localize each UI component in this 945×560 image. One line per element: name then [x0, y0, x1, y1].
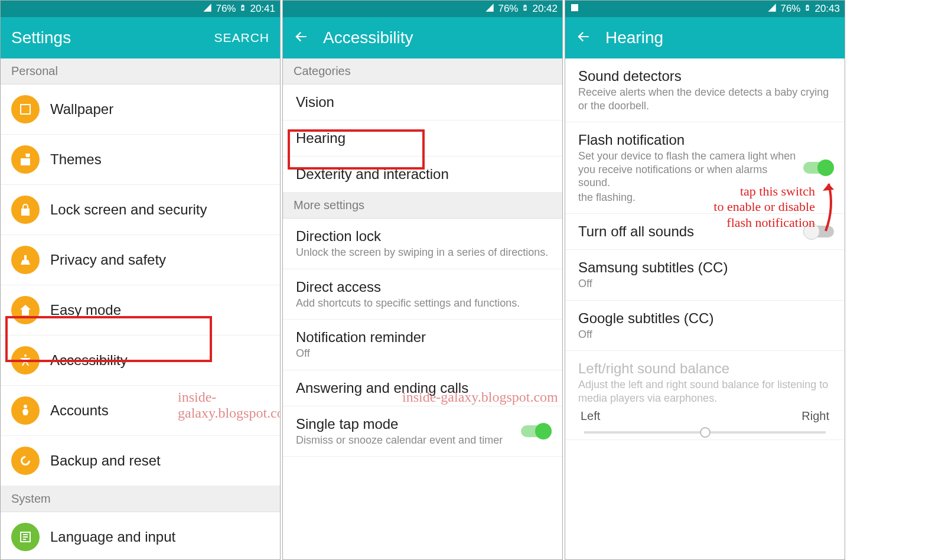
back-button[interactable] — [294, 29, 309, 47]
battery-charging-icon — [804, 2, 811, 16]
row-label: Wallpaper — [50, 101, 113, 118]
row-samsung-subtitles[interactable]: Samsung subtitles (CC) Off — [565, 250, 845, 301]
row-privacy[interactable]: Privacy and safety — [1, 235, 280, 285]
action-bar: Settings SEARCH — [1, 17, 280, 58]
row-subtitle: Add shortcuts to specific settings and f… — [296, 297, 549, 310]
row-title: Left/right sound balance — [578, 360, 832, 377]
section-more: More settings — [283, 193, 562, 219]
row-backup[interactable]: Backup and reset — [1, 436, 280, 486]
slider-right-label: Right — [801, 409, 829, 423]
privacy-icon — [11, 246, 40, 274]
row-lock-security[interactable]: Lock screen and security — [1, 185, 280, 235]
accounts-icon — [11, 396, 40, 425]
signal-icon — [767, 3, 777, 15]
row-label: Vision — [296, 94, 549, 110]
slider-left-label: Left — [581, 409, 600, 423]
balance-slider[interactable] — [584, 431, 826, 434]
battery-text: 76% — [498, 3, 518, 15]
row-sound-balance: Left/right sound balance Adjust the left… — [565, 351, 845, 440]
slider-thumb[interactable] — [700, 427, 711, 438]
row-single-tap[interactable]: Single tap mode Dismiss or snooze calend… — [283, 406, 562, 457]
image-icon — [570, 3, 579, 15]
section-categories: Categories — [283, 58, 562, 84]
battery-charging-icon — [522, 2, 529, 16]
page-title: Settings — [11, 28, 71, 47]
wallpaper-icon — [11, 95, 40, 123]
flash-notification-switch[interactable] — [803, 159, 834, 176]
screen-settings: 76% 20:41 Settings SEARCH Personal Wallp… — [0, 0, 281, 560]
lock-icon — [11, 196, 40, 224]
row-direct-access[interactable]: Direct access Add shortcuts to specific … — [283, 269, 562, 320]
signal-icon — [485, 3, 494, 15]
backup-icon — [11, 447, 40, 475]
row-title: Google subtitles (CC) — [578, 310, 832, 327]
search-button[interactable]: SEARCH — [214, 31, 269, 45]
row-subtitle: Dismiss or snooze calendar event and tim… — [296, 434, 549, 447]
row-subtitle: Receive alerts when the device detects a… — [578, 86, 832, 112]
row-vision[interactable]: Vision — [283, 84, 562, 121]
single-tap-switch[interactable] — [521, 423, 552, 439]
battery-text: 76% — [216, 3, 236, 15]
row-wallpaper[interactable]: Wallpaper — [1, 84, 280, 135]
annotation-arrow-icon — [814, 178, 838, 237]
battery-charging-icon — [239, 2, 246, 16]
annotation-text: tap this switchto enable or disableflash… — [662, 184, 815, 230]
row-google-subtitles[interactable]: Google subtitles (CC) Off — [565, 301, 845, 351]
row-subtitle: Off — [296, 347, 549, 360]
row-label: Backup and reset — [50, 452, 161, 469]
row-label: Lock screen and security — [50, 201, 207, 218]
row-title: Sound detectors — [578, 68, 832, 84]
clock-text: 20:42 — [532, 3, 558, 15]
watermark: inside-galaxy.blogspot.com — [178, 389, 281, 421]
slider-labels: Left Right — [578, 405, 832, 423]
row-subtitle: Unlock the screen by swiping in a series… — [296, 246, 549, 259]
row-subtitle: Off — [578, 328, 832, 341]
row-language[interactable]: Language and input — [1, 512, 280, 560]
row-title: Single tap mode — [296, 416, 549, 432]
signal-icon — [203, 3, 212, 15]
battery-text: 76% — [780, 3, 800, 15]
row-label: Themes — [50, 151, 102, 168]
screen-accessibility: 76% 20:42 Accessibility Categories Visio… — [282, 0, 563, 560]
status-bar: 76% 20:42 — [283, 1, 562, 17]
row-notification-reminder[interactable]: Notification reminder Off — [283, 320, 562, 370]
row-sound-detectors[interactable]: Sound detectors Receive alerts when the … — [565, 58, 845, 122]
row-subtitle: Adjust the left and right sound balance … — [578, 378, 832, 405]
row-subtitle: Off — [578, 277, 832, 291]
action-bar: Hearing — [565, 17, 845, 58]
row-title: Notification reminder — [296, 329, 549, 346]
row-title: Direct access — [296, 279, 549, 295]
screen-hearing: 76% 20:43 Hearing Sound detectors Receiv… — [565, 0, 845, 560]
status-bar: 76% 20:43 — [565, 1, 845, 17]
highlight-accessibility — [5, 316, 212, 362]
action-bar: Accessibility — [283, 17, 562, 58]
row-label: Language and input — [50, 529, 175, 545]
language-icon — [11, 523, 40, 551]
row-label: Privacy and safety — [50, 252, 166, 268]
clock-text: 20:43 — [814, 3, 840, 15]
clock-text: 20:41 — [250, 3, 275, 15]
row-direction-lock[interactable]: Direction lock Unlock the screen by swip… — [283, 219, 562, 269]
status-bar: 76% 20:41 — [1, 1, 280, 17]
row-title: Flash notification — [578, 132, 797, 148]
back-button[interactable] — [576, 29, 591, 47]
row-label: Accounts — [50, 402, 109, 419]
page-title: Hearing — [605, 28, 663, 47]
section-personal: Personal — [1, 58, 280, 84]
row-title: Samsung subtitles (CC) — [578, 259, 832, 276]
row-themes[interactable]: Themes — [1, 135, 280, 185]
highlight-hearing — [288, 129, 425, 170]
watermark: inside-galaxy.blogspot.com — [402, 389, 558, 405]
section-system: System — [1, 486, 280, 512]
page-title: Accessibility — [323, 28, 413, 47]
row-title: Direction lock — [296, 228, 549, 245]
themes-icon — [11, 145, 40, 174]
